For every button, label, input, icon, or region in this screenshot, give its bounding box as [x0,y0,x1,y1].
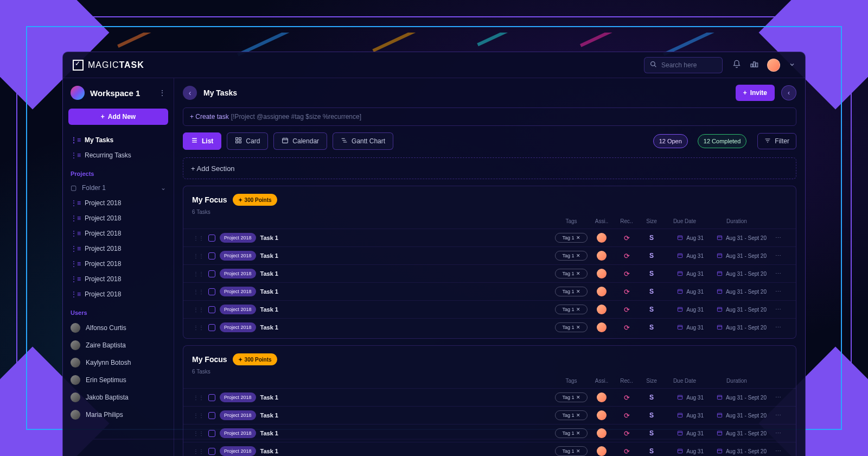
project-pill[interactable]: Project 2018 [220,392,256,402]
due-date[interactable]: Aug 31 [666,430,704,436]
tab-card[interactable]: Card [227,132,268,150]
tag-chip[interactable]: Tag 1 ✕ [555,251,588,261]
nav-item-my-tasks[interactable]: ⋮≡My Tasks [63,132,174,148]
project-item[interactable]: ⋮≡Project 2018 [63,195,174,211]
task-checkbox[interactable] [208,430,215,437]
size-badge[interactable]: S [641,306,662,313]
task-checkbox[interactable] [208,270,215,277]
project-item[interactable]: ⋮≡Project 2018 [63,241,174,256]
due-date[interactable]: Aug 31 [666,270,704,277]
remove-tag-icon[interactable]: ✕ [576,289,580,294]
create-task-input[interactable]: + Create task [!Project @assignee #tag $… [183,107,796,126]
tab-gantt-chart[interactable]: Gantt Chart [333,132,393,150]
user-item[interactable]: Alfonso Curtis [63,319,174,337]
remove-tag-icon[interactable]: ✕ [576,271,580,276]
duration[interactable]: Aug 31 - Sept 20 [707,430,767,436]
user-avatar[interactable] [767,59,780,72]
tag-chip[interactable]: Tag 1 ✕ [555,322,588,332]
task-checkbox[interactable] [208,448,215,455]
assignee-avatar[interactable] [597,233,607,243]
assignee-avatar[interactable] [597,428,607,438]
due-date[interactable]: Aug 31 [666,252,704,259]
tag-chip[interactable]: Tag 1 ✕ [555,233,588,243]
recurrence-icon[interactable]: ⟳ [616,411,637,420]
tag-chip[interactable]: Tag 1 ✕ [555,446,588,456]
duration[interactable]: Aug 31 - Sept 20 [707,288,767,295]
remove-tag-icon[interactable]: ✕ [576,307,580,312]
open-count-pill[interactable]: 12 Open [653,134,688,148]
remove-tag-icon[interactable]: ✕ [576,395,580,400]
project-pill[interactable]: Project 2018 [220,287,256,296]
user-item[interactable]: Maria Philips [63,406,174,423]
remove-tag-icon[interactable]: ✕ [576,413,580,418]
recurrence-icon[interactable]: ⟳ [616,324,637,332]
leaderboard-icon[interactable] [750,60,758,71]
drag-handle-icon[interactable]: ⋮⋮ [193,325,204,331]
drag-handle-icon[interactable]: ⋮⋮ [193,235,204,241]
task-more-icon[interactable]: ⋯ [770,252,786,259]
user-item[interactable]: Kaylynn Botosh [63,354,174,371]
duration[interactable]: Aug 31 - Sept 20 [707,306,767,313]
assignee-avatar[interactable] [597,287,607,296]
search-input[interactable] [661,61,717,69]
task-more-icon[interactable]: ⋯ [770,324,786,331]
assignee-avatar[interactable] [597,251,607,261]
size-badge[interactable]: S [641,234,662,242]
project-pill[interactable]: Project 2018 [220,233,256,243]
recurrence-icon[interactable]: ⟳ [616,429,637,438]
assignee-avatar[interactable] [597,305,607,314]
remove-tag-icon[interactable]: ✕ [576,448,580,454]
drag-handle-icon[interactable]: ⋮⋮ [193,448,204,454]
search-box[interactable] [644,57,723,73]
size-badge[interactable]: S [641,411,662,419]
recurrence-icon[interactable]: ⟳ [616,394,637,402]
task-checkbox[interactable] [208,324,215,331]
duration[interactable]: Aug 31 - Sept 20 [707,252,767,259]
drag-handle-icon[interactable]: ⋮⋮ [193,271,204,277]
assignee-avatar[interactable] [597,446,607,456]
tag-chip[interactable]: Tag 1 ✕ [555,287,588,296]
project-item[interactable]: ⋮≡Project 2018 [63,271,174,287]
size-badge[interactable]: S [641,270,662,277]
filter-button[interactable]: Filter [757,133,796,149]
due-date[interactable]: Aug 31 [666,235,704,241]
size-badge[interactable]: S [641,429,662,437]
tag-chip[interactable]: Tag 1 ✕ [555,269,588,278]
project-pill[interactable]: Project 2018 [220,428,256,438]
recurrence-icon[interactable]: ⟳ [616,252,637,260]
chevron-down-icon[interactable] [789,60,795,70]
drag-handle-icon[interactable]: ⋮⋮ [193,253,204,259]
project-item[interactable]: ⋮≡Project 2018 [63,287,174,302]
task-row[interactable]: ⋮⋮ Project 2018 Task 1 Tag 1 ✕ ⟳ S Aug 3… [183,442,796,456]
duration[interactable]: Aug 31 - Sept 20 [707,412,767,419]
task-more-icon[interactable]: ⋯ [770,430,786,437]
size-badge[interactable]: S [641,394,662,401]
notifications-icon[interactable] [732,60,741,71]
task-row[interactable]: ⋮⋮ Project 2018 Task 1 Tag 1 ✕ ⟳ S Aug 3… [183,246,796,264]
recurrence-icon[interactable]: ⟳ [616,447,637,455]
task-row[interactable]: ⋮⋮ Project 2018 Task 1 Tag 1 ✕ ⟳ S Aug 3… [183,282,796,300]
task-more-icon[interactable]: ⋯ [770,412,786,419]
user-item[interactable]: Jakob Baptista [63,389,174,406]
project-pill[interactable]: Project 2018 [220,322,256,332]
project-pill[interactable]: Project 2018 [220,251,256,261]
tab-list[interactable]: List [183,132,221,150]
project-item[interactable]: ⋮≡Project 2018 [63,226,174,241]
tag-chip[interactable]: Tag 1 ✕ [555,305,588,314]
task-more-icon[interactable]: ⋯ [770,270,786,277]
task-row[interactable]: ⋮⋮ Project 2018 Task 1 Tag 1 ✕ ⟳ S Aug 3… [183,300,796,318]
recurrence-icon[interactable]: ⟳ [616,270,637,278]
size-badge[interactable]: S [641,324,662,331]
drag-handle-icon[interactable]: ⋮⋮ [193,413,204,419]
project-pill[interactable]: Project 2018 [220,410,256,420]
task-row[interactable]: ⋮⋮ Project 2018 Task 1 Tag 1 ✕ ⟳ S Aug 3… [183,406,796,424]
size-badge[interactable]: S [641,447,662,455]
duration[interactable]: Aug 31 - Sept 20 [707,235,767,241]
recurrence-icon[interactable]: ⟳ [616,288,637,296]
drag-handle-icon[interactable]: ⋮⋮ [193,430,204,436]
due-date[interactable]: Aug 31 [666,448,704,454]
recurrence-icon[interactable]: ⟳ [616,306,637,314]
task-row[interactable]: ⋮⋮ Project 2018 Task 1 Tag 1 ✕ ⟳ S Aug 3… [183,388,796,406]
task-checkbox[interactable] [208,288,215,295]
remove-tag-icon[interactable]: ✕ [576,253,580,258]
